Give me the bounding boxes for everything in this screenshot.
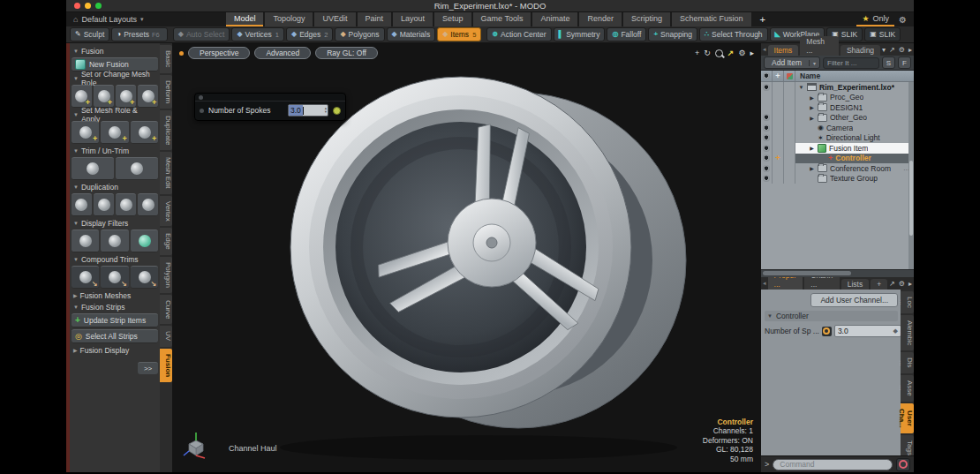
viewport-menu-dot-icon[interactable]: [179, 51, 184, 56]
tree-row-conference-room[interactable]: ▶Conference Room...: [761, 163, 914, 174]
visibility-cell[interactable]: [761, 163, 773, 174]
menu-tab-render[interactable]: Render: [579, 12, 622, 26]
eye-icon[interactable]: [763, 154, 770, 162]
viewport-perspective-button[interactable]: Perspective: [188, 47, 250, 59]
item-name-cell[interactable]: ▼Rim_Experiment.lxo*: [795, 82, 914, 93]
zoom-icon[interactable]: [715, 49, 723, 57]
mesh-role-apply-tool-3[interactable]: +: [131, 121, 158, 144]
item-name-cell[interactable]: ◉Camera: [795, 123, 914, 133]
number-of-spokes-input[interactable]: 3.0 ▴▾: [288, 104, 328, 117]
pop-out-icon[interactable]: ↗: [889, 280, 895, 288]
panel-collapse-icon[interactable]: ◂: [763, 46, 766, 53]
compound-trims-tool-2[interactable]: ↘: [101, 266, 128, 289]
tree-row-controller[interactable]: ++Controller: [761, 154, 914, 164]
add-panel-tab-button[interactable]: +: [871, 279, 887, 290]
favorites-filter-button[interactable]: F: [898, 56, 911, 69]
triangle-right-icon[interactable]: ▶: [809, 94, 815, 101]
compound-trims-tool-1[interactable]: ↘: [72, 266, 99, 289]
filter-items-input[interactable]: [823, 57, 879, 69]
section-header-compound-trims[interactable]: ▼Compound Trims: [72, 254, 158, 264]
toolbar-auto-select-button[interactable]: ◆Auto Select: [173, 27, 230, 41]
item-name-cell[interactable]: ▶DESIGN1: [795, 102, 914, 113]
properties-side-tab-alembic[interactable]: Alembic ...: [901, 315, 914, 350]
mesh-role-apply-tool-1[interactable]: +: [72, 121, 99, 144]
section-header-set-or-change-mesh-role[interactable]: ▼Set or Change Mesh Role: [72, 73, 158, 83]
item-name-cell[interactable]: ▶Fusion Item: [795, 143, 914, 154]
eye-icon[interactable]: [763, 114, 770, 121]
only-toggle[interactable]: ★ Only: [856, 12, 894, 26]
menu-tab-topology[interactable]: Topology: [265, 12, 313, 26]
set-mesh-role-tool-2[interactable]: +: [94, 85, 114, 108]
channel-link-icon[interactable]: [822, 327, 832, 336]
number-of-spokes-dialog[interactable]: Number of Spokes 3.0 ▴▾: [194, 93, 346, 121]
trim-tool-2[interactable]: [116, 157, 158, 180]
update-strip-items-button[interactable]: +Update Strip Items: [72, 313, 158, 327]
sidebar-tab-mesh-edit[interactable]: Mesh Edit: [160, 152, 172, 194]
visibility-column-header[interactable]: [761, 71, 773, 81]
sidebar-tab-uv[interactable]: UV: [160, 326, 172, 346]
menu-tab-layout[interactable]: Layout: [393, 12, 433, 26]
eye-icon[interactable]: [763, 134, 770, 141]
eye-icon[interactable]: [763, 165, 770, 172]
toolbar-select-through-button[interactable]: ∴Select Through: [699, 27, 768, 41]
tree-row-proc-geo[interactable]: ▶Proc_Geo: [761, 93, 914, 103]
add-item-button[interactable]: Add Item ▾: [764, 56, 820, 69]
section-header-fusion-strips[interactable]: ▼Fusion Strips: [72, 302, 158, 312]
scrollbar-thumb[interactable]: [909, 161, 913, 236]
items-panel-tab-mesh[interactable]: Mesh ...: [800, 36, 839, 56]
toolbar-symmetry-button[interactable]: ▌Symmetry: [554, 27, 606, 41]
maximize-window-button[interactable]: [95, 3, 102, 9]
triangle-right-icon[interactable]: ▶: [809, 165, 815, 171]
visibility-cell[interactable]: [761, 123, 773, 133]
toolbar-edges-button[interactable]: ◆Edges2: [286, 27, 333, 41]
sidebar-tab-basic[interactable]: Basic: [160, 45, 172, 73]
dialog-grip[interactable]: [195, 94, 345, 102]
pop-out-icon[interactable]: ↗: [889, 46, 895, 54]
tree-row-texture-group[interactable]: Texture Group: [761, 174, 914, 184]
properties-side-tab-loc[interactable]: Loc ...: [901, 291, 914, 313]
compound-trims-tool-3[interactable]: ↘: [131, 266, 158, 289]
add-workspace-tab-button[interactable]: +: [751, 12, 774, 26]
gear-icon[interactable]: ⚙: [899, 46, 905, 54]
mesh-role-apply-tool-2[interactable]: +: [101, 121, 128, 144]
eye-icon[interactable]: [763, 124, 770, 132]
sidebar-more-button[interactable]: >>: [138, 362, 158, 374]
orbit-icon[interactable]: ↻: [704, 49, 711, 57]
sidebar-tab-vertex[interactable]: Vertex: [160, 196, 172, 227]
display-filters-tool-3[interactable]: [131, 229, 158, 252]
triangle-right-icon[interactable]: ▶: [809, 104, 815, 110]
tree-horizontal-scrollbar[interactable]: [761, 269, 914, 277]
value-spinner-icon[interactable]: ◆: [893, 327, 898, 335]
item-name-cell[interactable]: ✶Directional Light: [795, 133, 914, 144]
section-header-fusion-meshes[interactable]: ▶Fusion Meshes: [72, 290, 158, 300]
eye-icon[interactable]: [763, 175, 770, 182]
section-header-fusion-display[interactable]: ▶Fusion Display: [72, 345, 158, 355]
trim-tool-1[interactable]: [72, 157, 114, 180]
add-column-header[interactable]: +: [773, 71, 784, 81]
add-user-channel-button[interactable]: Add User Channel...: [810, 293, 898, 307]
sidebar-tab-polygon[interactable]: Polygon: [160, 257, 172, 293]
visibility-cell[interactable]: [761, 174, 773, 184]
item-name-cell[interactable]: Texture Group: [795, 174, 914, 184]
triangle-right-icon[interactable]: ▶: [809, 145, 815, 151]
property-value-input[interactable]: [834, 325, 901, 337]
properties-tab-lists[interactable]: Lists: [841, 279, 869, 290]
toolbar-materials-button[interactable]: ◆Materials: [387, 27, 436, 41]
section-header-duplication[interactable]: ▼Duplication: [72, 182, 158, 192]
gear-icon[interactable]: ⚙: [738, 49, 745, 57]
menu-tab-schematic-fusion[interactable]: Schematic Fusion: [672, 12, 751, 26]
command-input[interactable]: [773, 459, 893, 470]
maximize-icon[interactable]: ↗: [727, 49, 735, 57]
sidebar-tab-curve[interactable]: Curve: [160, 295, 172, 324]
gear-icon[interactable]: ⚙: [899, 280, 905, 288]
render-column-header[interactable]: [784, 71, 795, 81]
sidebar-tab-duplicate[interactable]: Duplicate: [160, 110, 172, 150]
axis-gizmo[interactable]: [183, 432, 209, 460]
pan-icon[interactable]: +: [695, 49, 699, 57]
triangle-right-icon[interactable]: ▶: [809, 115, 815, 121]
eye-icon[interactable]: [763, 145, 770, 152]
item-name-cell[interactable]: ▶Proc_Geo: [795, 93, 914, 103]
toolbar-presets-button[interactable]: ◑PresetsF6: [111, 27, 167, 41]
set-mesh-role-tool-1[interactable]: +: [72, 85, 92, 108]
duplication-tool-2[interactable]: [94, 193, 114, 216]
